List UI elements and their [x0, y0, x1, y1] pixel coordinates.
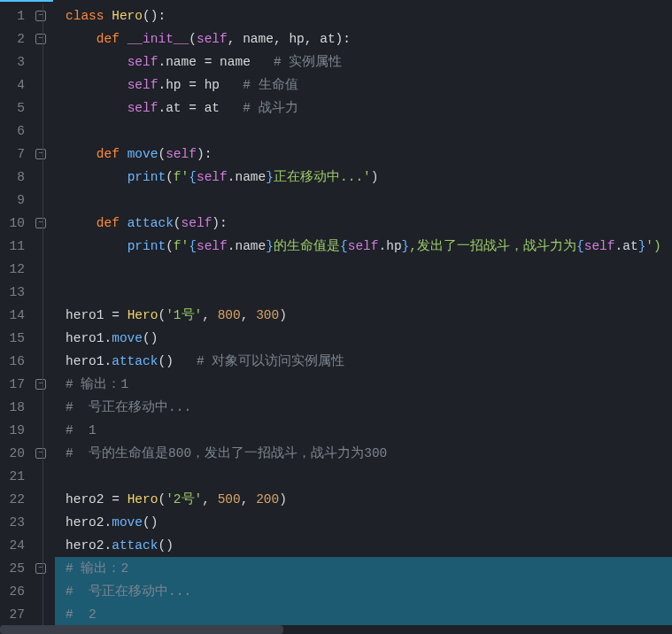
code-line[interactable]: def attack(self):	[55, 212, 672, 235]
scrollbar-thumb[interactable]	[0, 625, 283, 634]
code-line[interactable]: # 号正在移动中...	[55, 396, 672, 419]
code-token: def	[97, 147, 127, 161]
code-token: (	[166, 239, 174, 253]
line-number[interactable]: 15	[0, 327, 25, 350]
line-number[interactable]: 24	[0, 534, 25, 557]
code-token: )	[371, 170, 379, 184]
code-token: hero1.	[66, 331, 112, 345]
code-token: .hp	[379, 239, 402, 253]
code-token: '2号'	[166, 492, 202, 506]
code-line[interactable]	[55, 281, 672, 304]
code-line[interactable]: self.hp = hp # 生命值	[55, 73, 672, 97]
line-number[interactable]: 5	[0, 97, 25, 120]
code-token: f'	[174, 170, 189, 184]
line-number[interactable]: 17	[0, 373, 25, 396]
code-line[interactable]: # 输出：1	[55, 373, 672, 396]
code-token: self	[127, 78, 158, 92]
code-line[interactable]: # 2	[55, 603, 672, 626]
line-number[interactable]: 2	[0, 27, 25, 50]
code-line[interactable]: self.at = at # 战斗力	[55, 97, 672, 120]
code-token: )	[279, 492, 287, 506]
line-number[interactable]: 20	[0, 442, 25, 465]
code-token	[66, 32, 97, 46]
line-number[interactable]: 18	[0, 396, 25, 419]
line-number-gutter[interactable]: 1234567891011121314151617181920212223242…	[0, 4, 32, 631]
line-number[interactable]: 11	[0, 235, 25, 258]
code-token: class	[66, 9, 112, 23]
fold-toggle-icon[interactable]: −	[35, 149, 46, 159]
code-line[interactable]: def move(self):	[55, 143, 672, 166]
code-line[interactable]: # 输出：2	[55, 557, 672, 580]
code-token: ,	[274, 32, 289, 46]
code-token: .name	[228, 170, 266, 184]
line-number[interactable]: 25	[0, 557, 25, 580]
code-line[interactable]: hero1.move()	[55, 327, 672, 350]
code-token: {	[189, 170, 197, 184]
code-token: ,	[241, 492, 256, 506]
line-number[interactable]: 6	[0, 120, 25, 143]
code-token: }	[266, 170, 274, 184]
code-token: ,	[241, 308, 256, 322]
code-token: self	[166, 147, 197, 161]
line-number[interactable]: 13	[0, 281, 25, 304]
line-number[interactable]: 16	[0, 350, 25, 373]
line-number[interactable]: 26	[0, 580, 25, 603]
line-number[interactable]: 7	[0, 143, 25, 166]
fold-toggle-icon[interactable]: −	[35, 379, 46, 390]
code-editor[interactable]: 1234567891011121314151617181920212223242…	[0, 4, 672, 631]
fold-toggle-icon[interactable]: −	[35, 11, 46, 21]
code-line[interactable]: hero2.move()	[55, 511, 672, 534]
code-line[interactable]: print(f'{self.name}正在移动中...')	[55, 166, 672, 189]
code-token: at	[320, 32, 335, 46]
line-number[interactable]: 27	[0, 603, 25, 626]
line-number[interactable]: 19	[0, 419, 25, 442]
line-number[interactable]: 8	[0, 166, 25, 189]
code-line[interactable]: self.name = name # 实例属性	[55, 50, 672, 73]
code-line[interactable]: # 1	[55, 419, 672, 442]
code-line[interactable]: def __init__(self, name, hp, at):	[55, 27, 672, 50]
line-number[interactable]: 23	[0, 511, 25, 534]
code-line[interactable]: class Hero():	[55, 4, 672, 27]
code-line[interactable]	[55, 120, 672, 143]
line-number[interactable]: 9	[0, 189, 25, 212]
code-token: hero2 =	[66, 492, 127, 506]
line-number[interactable]: 22	[0, 488, 25, 511]
code-line[interactable]	[55, 465, 672, 488]
code-token: move	[112, 331, 143, 345]
code-line[interactable]	[55, 189, 672, 212]
code-token: self	[348, 239, 379, 253]
code-token: move	[112, 515, 143, 530]
line-number[interactable]: 12	[0, 258, 25, 281]
code-line[interactable]: # 号的生命值是800，发出了一招战斗，战斗力为300	[55, 442, 672, 465]
code-line[interactable]: hero2 = Hero('2号', 500, 200)	[55, 488, 672, 511]
code-line[interactable]: hero2.attack()	[55, 534, 672, 557]
line-number[interactable]: 3	[0, 50, 25, 73]
line-number[interactable]: 10	[0, 212, 25, 235]
code-token	[66, 147, 97, 161]
code-line[interactable]: hero1.attack() # 对象可以访问实例属性	[55, 350, 672, 373]
line-number[interactable]: 1	[0, 4, 25, 27]
code-token: print	[127, 170, 166, 184]
horizontal-scrollbar[interactable]	[0, 625, 672, 634]
fold-toggle-icon[interactable]: −	[35, 448, 46, 459]
fold-column[interactable]: −−−−−−−	[32, 4, 55, 631]
code-line[interactable]: hero1 = Hero('1号', 800, 300)	[55, 304, 672, 327]
code-line[interactable]: # 号正在移动中...	[55, 580, 672, 603]
code-token: print	[127, 239, 166, 253]
line-number[interactable]: 4	[0, 73, 25, 97]
code-token: # 战斗力	[243, 101, 297, 115]
code-token: {	[576, 239, 584, 253]
fold-toggle-icon[interactable]: −	[35, 218, 46, 228]
fold-toggle-icon[interactable]: −	[35, 563, 46, 574]
code-token: .hp = hp	[158, 78, 243, 92]
fold-toggle-icon[interactable]: −	[35, 34, 46, 44]
code-token: (	[158, 147, 166, 161]
line-number[interactable]: 14	[0, 304, 25, 327]
code-line[interactable]	[55, 258, 672, 281]
code-token: ')	[645, 239, 660, 253]
line-number[interactable]: 21	[0, 465, 25, 488]
code-token: (	[189, 32, 197, 46]
code-token: 800	[218, 308, 241, 322]
code-area[interactable]: class Hero(): def __init__(self, name, h…	[55, 4, 672, 631]
code-line[interactable]: print(f'{self.name}的生命值是{self.hp},发出了一招战…	[55, 235, 672, 258]
